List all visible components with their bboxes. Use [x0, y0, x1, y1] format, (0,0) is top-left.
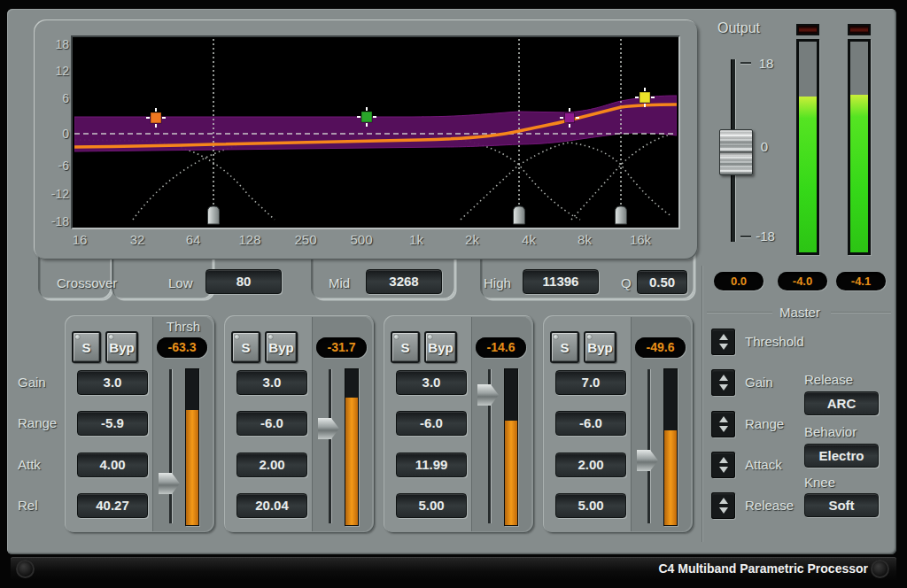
band4-range-value[interactable]: -6.0 [555, 411, 626, 436]
band3-attack-value[interactable]: 11.99 [396, 453, 467, 477]
band3-threshold-slider[interactable] [475, 369, 503, 525]
band1-gain-value[interactable]: 3.0 [77, 370, 148, 395]
band4-gain-value[interactable]: 7.0 [555, 370, 626, 395]
down-arrow-icon[interactable] [719, 467, 728, 473]
master-threshold-spinner[interactable] [711, 329, 735, 355]
x-tick: 2k [453, 232, 492, 247]
band4-bypass-button[interactable]: Byp [584, 331, 616, 363]
x-tick: 128 [230, 232, 269, 247]
band2-threshold-slider[interactable] [315, 369, 344, 525]
output-fader-knob[interactable] [719, 129, 753, 175]
up-arrow-icon[interactable] [719, 375, 728, 381]
led-indicator [75, 335, 80, 339]
band1-release-value[interactable]: 40.27 [77, 493, 148, 518]
band3-bypass-button[interactable]: Byp [424, 331, 457, 363]
crossover-handles[interactable] [208, 206, 627, 224]
band3-solo-button[interactable]: S [391, 331, 420, 363]
band2-attack-value[interactable]: 2.00 [236, 453, 307, 477]
clip-led-left[interactable] [796, 24, 819, 35]
band3-range-value[interactable]: -6.0 [396, 411, 467, 436]
led-indicator [394, 335, 399, 339]
band1-range-value[interactable]: -5.9 [77, 411, 148, 436]
x-tick: 8k [565, 232, 604, 247]
band3-slider-knob[interactable] [477, 384, 499, 406]
behavior-button[interactable]: Electro [804, 444, 879, 468]
band2-range-value[interactable]: -6.0 [236, 411, 307, 436]
band4-solo-button[interactable]: S [550, 331, 579, 363]
band3-release-value[interactable]: 5.00 [396, 493, 467, 518]
band1-attack-value[interactable]: 4.00 [77, 453, 148, 477]
master-range-label: Range [745, 416, 798, 432]
meter-fill [186, 410, 198, 525]
band2-gain-value[interactable]: 3.0 [236, 370, 307, 395]
band1-bypass-button[interactable]: Byp [105, 331, 138, 363]
up-arrow-icon[interactable] [719, 457, 728, 463]
band4-threshold-slider[interactable] [634, 369, 663, 525]
release-mode-label: Release [804, 372, 875, 388]
high-crossover-handle[interactable] [616, 206, 627, 224]
crossover-low-value[interactable]: 80 [205, 269, 282, 294]
down-arrow-icon[interactable] [719, 344, 728, 350]
led-indicator [554, 335, 558, 339]
down-arrow-icon[interactable] [719, 507, 728, 514]
up-arrow-icon[interactable] [719, 498, 728, 504]
low-crossover-handle[interactable] [208, 206, 220, 224]
clip-led-right[interactable] [848, 24, 871, 35]
down-arrow-icon[interactable] [719, 426, 728, 432]
band2-marker[interactable] [361, 112, 372, 122]
up-arrow-icon[interactable] [719, 334, 728, 340]
band4-threshold-display: -49.6 [635, 337, 686, 358]
band3-marker[interactable] [565, 113, 575, 123]
band2-threshold-display: -31.7 [316, 337, 367, 358]
meter-fill [345, 398, 358, 525]
row-label-range: Range [18, 415, 67, 431]
band1-slider-knob[interactable] [159, 473, 180, 494]
master-range-spinner[interactable] [711, 411, 735, 437]
band2-release-value[interactable]: 20.04 [236, 493, 307, 518]
band2-panel: S Byp -31.7 3.0 -6.0 2.00 20.04 [224, 315, 375, 533]
down-arrow-icon[interactable] [719, 384, 728, 391]
crossover-high-value[interactable]: 11396 [523, 269, 599, 294]
mid-crossover-handle[interactable] [514, 206, 525, 224]
band4-slider-knob[interactable] [637, 450, 658, 471]
band4-marker[interactable] [640, 92, 650, 103]
output-meter-left [796, 39, 819, 255]
release-mode-button[interactable]: ARC [804, 391, 879, 415]
eq-curve-display[interactable] [74, 39, 677, 228]
master-attack-spinner[interactable] [711, 452, 735, 478]
output-fader[interactable] [718, 59, 754, 242]
band1-solo-button[interactable]: S [72, 331, 101, 363]
band1-marker[interactable] [151, 112, 161, 123]
master-gain-spinner[interactable] [711, 369, 735, 396]
output-label: Output [717, 20, 779, 36]
band4-attack-value[interactable]: 2.00 [555, 453, 626, 477]
crossover-mid-value[interactable]: 3268 [366, 269, 442, 294]
band4-panel: S Byp -49.6 7.0 -6.0 2.00 5.00 [543, 315, 694, 533]
band1-threshold-slider[interactable] [156, 369, 184, 525]
master-release-label: Release [745, 498, 803, 514]
crossover-q-value[interactable]: 0.50 [637, 270, 687, 294]
solo-button-label: S [400, 340, 409, 355]
knee-button[interactable]: Soft [804, 493, 879, 517]
dynamics-range-band [74, 96, 677, 151]
clip-led-inner [850, 27, 868, 32]
up-arrow-icon[interactable] [719, 416, 728, 422]
led-indicator [235, 335, 239, 339]
meter-fill [799, 97, 817, 252]
output-level-left-display: -4.0 [778, 272, 827, 290]
master-attack-label: Attack [745, 457, 798, 473]
plugin-window: 18 12 6 0 -6 -12 -18 16 32 64 128 250 50… [0, 0, 907, 588]
waves-logo-icon[interactable] [871, 560, 889, 578]
band3-gain-value[interactable]: 3.0 [396, 370, 467, 395]
y-tick: 6 [32, 91, 69, 105]
band2-solo-button[interactable]: S [231, 331, 260, 363]
section-divider [702, 266, 703, 542]
band4-release-value[interactable]: 5.00 [555, 493, 626, 518]
band2-bypass-button[interactable]: Byp [265, 331, 298, 363]
output-meter-right [848, 39, 871, 255]
waves-logo-icon[interactable] [16, 560, 35, 578]
band2-slider-knob[interactable] [318, 418, 339, 439]
y-tick: -6 [32, 159, 69, 173]
led-indicator [109, 335, 113, 339]
master-release-spinner[interactable] [711, 492, 735, 519]
